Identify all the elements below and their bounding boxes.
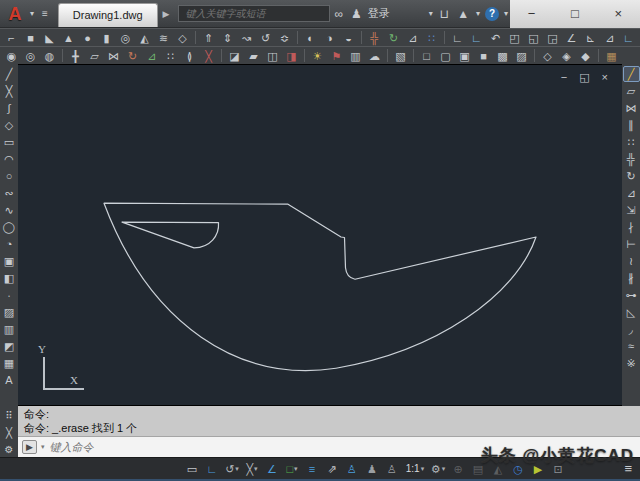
selection-cycling-icon[interactable]: ⇗ (323, 461, 341, 477)
gradient-icon[interactable]: ▥ (1, 321, 18, 337)
ucs-icon[interactable]: ∟ (449, 30, 466, 46)
viewport-restore-icon[interactable]: ◱ (579, 72, 589, 83)
circle-icon[interactable]: ○ (1, 168, 18, 184)
visual-style-wireframe-icon[interactable]: ▢ (437, 48, 454, 64)
helix-icon[interactable]: ≋ (155, 30, 172, 46)
move-icon[interactable]: ╬ (623, 151, 640, 167)
3d-align-icon[interactable]: ⊿ (404, 30, 421, 46)
visual-style-conceptual-icon[interactable]: ▩ (494, 48, 511, 64)
ellipse-icon[interactable]: ◯ (1, 219, 18, 235)
extend-icon[interactable]: ⊢ (623, 236, 640, 252)
search-binoculars-icon[interactable]: ∞ (330, 7, 347, 21)
torus-icon[interactable]: ◎ (117, 30, 134, 46)
lineweight-icon[interactable]: ≡ (303, 461, 321, 477)
subtract-region-icon[interactable]: ◎ (22, 48, 39, 64)
3d-copy-icon[interactable]: ▱ (86, 48, 103, 64)
command-grip-icon[interactable]: ⠿ (1, 409, 18, 422)
explode-icon[interactable]: ※ (623, 355, 640, 371)
blend-curves-icon[interactable]: ≈ (623, 338, 640, 354)
offset-icon[interactable]: ∥ (623, 117, 640, 133)
cone-icon[interactable]: ▲ (60, 30, 77, 46)
render-icon[interactable]: ▦ (603, 48, 620, 64)
annotation-users-icon[interactable]: ♙ (383, 461, 401, 477)
3d-rotate-gizmo-icon[interactable]: ↻ (124, 48, 141, 64)
3d-move-icon[interactable]: ╬ (366, 30, 383, 46)
join-icon[interactable]: ⊶ (623, 287, 640, 303)
presspull-icon[interactable]: ⇕ (219, 30, 236, 46)
erase-icon[interactable]: ╱ (623, 66, 640, 82)
create-block-icon[interactable]: ◧ (1, 270, 18, 286)
app-menu-caret-icon[interactable]: ▾ (27, 9, 37, 18)
annotation-visibility-icon[interactable]: ♙ (343, 461, 361, 477)
boat-outline[interactable] (104, 203, 536, 370)
annotation-monitor-icon[interactable]: ⊕ (449, 461, 467, 477)
box-icon[interactable]: ■ (22, 30, 39, 46)
materials-browser-icon[interactable]: ▥ (347, 48, 364, 64)
pyramid-icon[interactable]: ◭ (136, 30, 153, 46)
viewport-close-icon[interactable]: × (602, 72, 608, 83)
trim-icon[interactable]: ∤ (623, 219, 640, 235)
3d-align-objects-icon[interactable]: ≬ (181, 48, 198, 64)
spline-icon[interactable]: ∿ (1, 202, 18, 218)
snap-mode-icon[interactable]: ↺▾ (223, 461, 241, 477)
visual-style-2d-wireframe-icon[interactable]: □ (418, 48, 435, 64)
autocad-logo-icon[interactable]: A (3, 3, 27, 25)
ucs-named-icon[interactable]: ∟ (620, 30, 637, 46)
polyline-icon[interactable]: ∫ (1, 100, 18, 116)
visual-style-realistic-icon[interactable]: ■ (475, 48, 492, 64)
ucs-view-icon[interactable]: ◲ (544, 30, 561, 46)
sun-status-icon[interactable]: ⚑ (328, 48, 345, 64)
section-plane-icon[interactable]: ▰ (245, 48, 262, 64)
window-minimize-icon[interactable]: − (510, 0, 553, 28)
multiline-text-icon[interactable]: A (1, 372, 18, 388)
light-icon[interactable]: ☀ (309, 48, 326, 64)
a360-caret-icon[interactable]: ▾ (473, 9, 483, 18)
table-icon[interactable]: ▦ (1, 355, 18, 371)
3d-array-icon[interactable]: ∷ (423, 30, 440, 46)
point-icon[interactable]: ∙ (1, 287, 18, 303)
polar-tracking-icon[interactable]: ╳▾ (243, 461, 261, 477)
object-snap-icon[interactable]: □▾ (283, 461, 301, 477)
workspace-gear-icon[interactable]: ⚙▾ (429, 461, 447, 477)
isolines-medium-icon[interactable]: ◈ (558, 48, 575, 64)
isolines-high-icon[interactable]: ◆ (577, 48, 594, 64)
rectangle-icon[interactable]: ▭ (1, 134, 18, 150)
ucs-z-axis-icon[interactable]: ⊾ (582, 30, 599, 46)
intersect-icon[interactable]: ◒ (340, 30, 357, 46)
render-gallery-icon[interactable]: ▧ (392, 48, 409, 64)
stretch-icon[interactable]: ⇲ (623, 202, 640, 218)
sweep-icon[interactable]: ↝ (238, 30, 255, 46)
3d-mirror-icon[interactable]: ⋈ (105, 48, 122, 64)
annotation-scale-icon[interactable]: 1:1▾ (403, 461, 427, 477)
help-icon[interactable]: ? (485, 7, 499, 21)
revolve-icon[interactable]: ↺ (257, 30, 274, 46)
cart-icon[interactable]: ⊔ (436, 7, 453, 21)
ucs-origin-icon[interactable]: ∠ (563, 30, 580, 46)
command-prompt-icon[interactable]: ▶ (22, 440, 37, 454)
viewport-minimize-icon[interactable]: − (561, 72, 567, 83)
ellipse-arc-icon[interactable]: ◔ (1, 236, 18, 252)
command-history[interactable]: 命令:命令: _.erase 找到 1 个 (18, 406, 640, 436)
chamfer-icon[interactable]: ◺ (623, 304, 640, 320)
isolines-low-icon[interactable]: ◇ (539, 48, 556, 64)
region-icon[interactable]: ◩ (1, 338, 18, 354)
visual-style-shaded-icon[interactable]: ▨ (513, 48, 530, 64)
mirror-icon[interactable]: ⋈ (623, 100, 640, 116)
polysolid-icon[interactable]: ⌐ (3, 30, 20, 46)
window-maximize-icon[interactable]: □ (553, 0, 596, 28)
construction-line-icon[interactable]: ╳ (1, 83, 18, 99)
insert-block-icon[interactable]: ▣ (1, 253, 18, 269)
command-customize-wrench-icon[interactable]: ⚙ (1, 443, 18, 456)
model-space-icon[interactable]: ▭ (183, 461, 201, 477)
extrude-icon[interactable]: ⇑ (200, 30, 217, 46)
3d-scale-gizmo-icon[interactable]: ⊿ (143, 48, 160, 64)
scale-icon[interactable]: ⊿ (623, 185, 640, 201)
signin-label[interactable]: 登录 (366, 6, 392, 21)
cylinder-icon[interactable]: ▮ (98, 30, 115, 46)
visual-style-hidden-icon[interactable]: ▣ (456, 48, 473, 64)
sphere-icon[interactable]: ● (79, 30, 96, 46)
command-close-icon[interactable]: ╳ (1, 426, 18, 439)
union-region-icon[interactable]: ◉ (3, 48, 20, 64)
a360-icon[interactable]: ▲ (453, 7, 473, 21)
hatch-icon[interactable]: ▨ (1, 304, 18, 320)
